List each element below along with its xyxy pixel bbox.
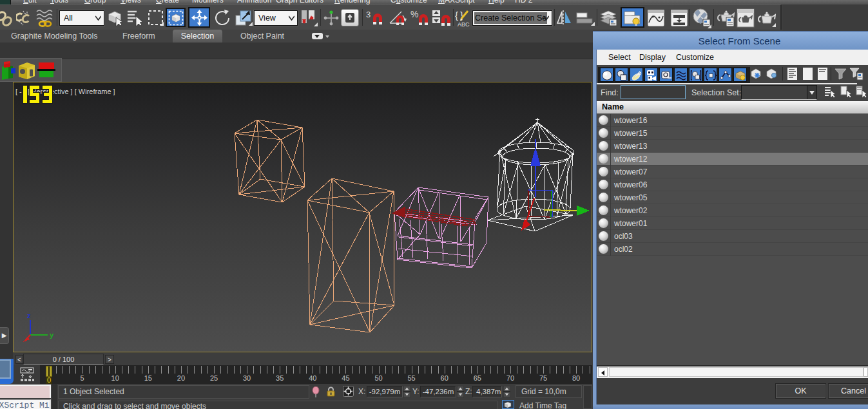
svg-text:y: y <box>50 331 54 339</box>
svg-text:z: z <box>27 312 31 319</box>
svg-text:%: % <box>410 9 418 19</box>
svg-text:ABC: ABC <box>458 21 470 28</box>
svg-text:3: 3 <box>366 10 371 19</box>
